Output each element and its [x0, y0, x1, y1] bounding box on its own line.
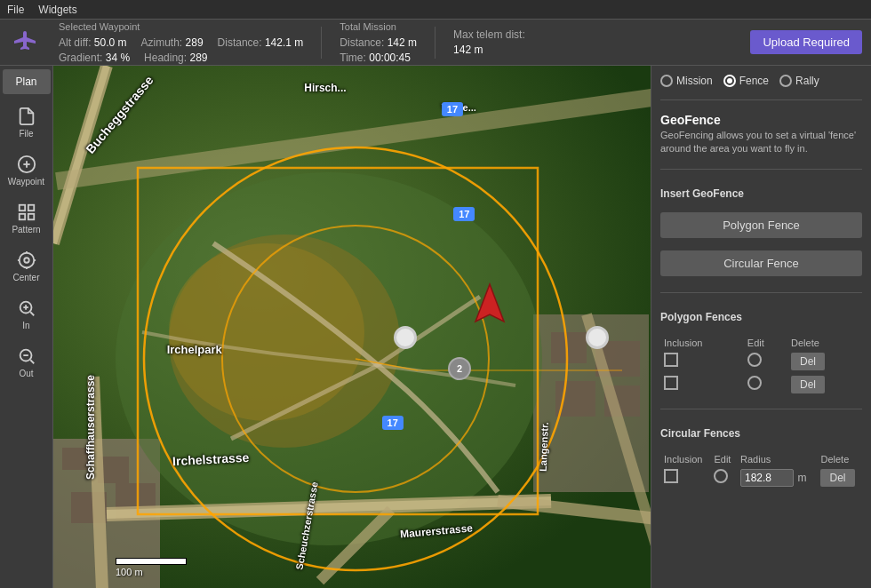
circ-inclusion-checkbox[interactable]	[664, 469, 678, 483]
scale-label: 100 m	[116, 567, 143, 577]
max-telem-label: Max telem dist:	[453, 28, 525, 41]
radio-fence-circle	[723, 75, 736, 87]
azimuth-value: 289	[186, 36, 204, 49]
sidebar-pattern-label: Pattern	[12, 225, 40, 234]
separator-2	[435, 27, 436, 59]
circ-radius-unit: m	[797, 472, 806, 484]
sidebar-item-waypoint[interactable]: Waypoint	[3, 147, 51, 194]
circular-fences-title: Circular Fences	[660, 427, 862, 440]
main-content: Plan File Waypoint Pattern	[0, 66, 871, 588]
svg-point-7	[24, 258, 29, 263]
svg-rect-6	[28, 214, 33, 219]
circular-fence-button[interactable]: Circular Fence	[660, 250, 862, 276]
right-panel: Mission Fence Rally GeoFence GeoFencing …	[651, 66, 871, 588]
table-row: Del	[660, 373, 862, 396]
mode-radio-group: Mission Fence Rally	[660, 75, 862, 87]
poly-delete-button-2[interactable]: Del	[791, 376, 825, 393]
radio-rally-circle	[779, 75, 792, 87]
geofence-section: GeoFence GeoFencing allows you to set a …	[660, 113, 862, 156]
heading-value: 289	[189, 52, 207, 64]
menubar: File Widgets	[0, 0, 871, 20]
radio-mission-label: Mission	[676, 75, 713, 87]
sidebar-zoom-in-label: In	[22, 321, 29, 330]
distance-label: Distance:	[218, 36, 262, 49]
circ-radius-input[interactable]	[740, 469, 794, 487]
circ-edit-radio[interactable]	[714, 469, 728, 483]
sidebar-file-label: File	[19, 129, 33, 139]
alt-diff-label: Alt diff:	[59, 36, 91, 49]
divider-1	[660, 99, 862, 100]
poly-edit-radio-2[interactable]	[747, 376, 762, 390]
divider-2	[660, 169, 862, 170]
radio-mission[interactable]: Mission	[660, 75, 713, 87]
distance-value: 142.1 m	[265, 36, 303, 49]
table-row: m Del	[660, 466, 862, 489]
geofence-desc: GeoFencing allows you to set a virtual '…	[660, 129, 862, 156]
time-value: 00:00:45	[369, 52, 411, 64]
gradient-value: 34 %	[106, 52, 130, 64]
table-row: Del	[660, 350, 862, 373]
svg-line-18	[30, 360, 34, 363]
sidebar-item-pattern[interactable]: Pattern	[3, 195, 51, 242]
poly-inclusion-checkbox-2[interactable]	[664, 376, 678, 390]
max-telem-info: Max telem dist: 142 m	[453, 28, 525, 56]
polygon-fence-button[interactable]: Polygon Fence	[660, 212, 862, 238]
sidebar-item-zoom-out[interactable]: Out	[3, 339, 51, 385]
radio-fence[interactable]: Fence	[723, 75, 769, 87]
scale-bar: 100 m	[116, 558, 187, 577]
svg-rect-5	[19, 214, 24, 219]
poly-col-delete: Delete	[787, 336, 862, 350]
mission-distance-value: 142 m	[388, 36, 417, 49]
poly-delete-button-1[interactable]: Del	[791, 353, 825, 370]
geofence-title: GeoFence	[660, 113, 862, 127]
svg-line-14	[30, 312, 34, 315]
divider-3	[660, 292, 862, 293]
radio-rally[interactable]: Rally	[779, 75, 819, 87]
menu-file[interactable]: File	[7, 4, 24, 16]
sidebar: Plan File Waypoint Pattern	[0, 66, 53, 588]
heading-label: Heading:	[144, 52, 187, 64]
circ-col-radius: Radius	[737, 452, 817, 466]
selected-waypoint-info: Selected Waypoint Alt diff: 50.0 m Azimu…	[59, 21, 303, 64]
svg-rect-3	[19, 205, 24, 211]
selected-waypoint-label: Selected Waypoint	[59, 21, 303, 32]
radio-mission-circle	[660, 75, 673, 87]
map-background	[53, 66, 651, 588]
circular-fences-table: Inclusion Edit Radius Delete m Del	[660, 452, 862, 489]
radio-fence-label: Fence	[739, 75, 769, 87]
poly-inclusion-checkbox-1[interactable]	[664, 353, 678, 367]
sidebar-item-zoom-in[interactable]: In	[3, 291, 51, 338]
poly-edit-radio-1[interactable]	[747, 353, 762, 367]
azimuth-label: Azimuth:	[141, 36, 183, 49]
max-telem-value: 142 m	[453, 44, 525, 56]
radio-rally-label: Rally	[795, 75, 819, 87]
poly-col-edit: Edit	[744, 336, 787, 350]
separator-1	[321, 27, 322, 59]
circ-col-edit: Edit	[710, 452, 737, 466]
mission-distance-label: Distance:	[340, 36, 384, 49]
polygon-fences-title: Polygon Fences	[660, 311, 862, 323]
sidebar-item-file[interactable]: File	[3, 99, 51, 146]
map-area[interactable]: Bucheggstrasse Irchelpark Irchelstrasse …	[53, 66, 651, 588]
upload-required-button[interactable]: Upload Required	[750, 30, 862, 54]
polygon-fences-table: Inclusion Edit Delete Del Del	[660, 336, 862, 396]
gradient-label: Gradient:	[59, 52, 102, 64]
poly-col-inclusion: Inclusion	[660, 336, 744, 350]
sidebar-waypoint-label: Waypoint	[8, 177, 44, 187]
time-label: Time:	[340, 52, 366, 64]
topbar: Selected Waypoint Alt diff: 50.0 m Azimu…	[0, 20, 871, 66]
svg-point-8	[19, 253, 34, 268]
svg-rect-4	[28, 205, 33, 211]
sidebar-zoom-out-label: Out	[19, 369, 33, 378]
menu-widgets[interactable]: Widgets	[38, 4, 76, 16]
circ-delete-button[interactable]: Del	[820, 469, 854, 487]
plane-icon	[9, 27, 41, 59]
sidebar-item-center[interactable]: Center	[3, 243, 51, 290]
circ-col-inclusion: Inclusion	[660, 452, 710, 466]
total-mission-info: Total Mission Distance: 142 m Time: 00:0…	[340, 21, 417, 64]
alt-diff-value: 50.0 m	[94, 36, 127, 49]
divider-4	[660, 409, 862, 409]
sidebar-center-label: Center	[12, 273, 39, 282]
sidebar-item-plan[interactable]: Plan	[3, 69, 51, 94]
circ-col-delete: Delete	[817, 452, 862, 466]
